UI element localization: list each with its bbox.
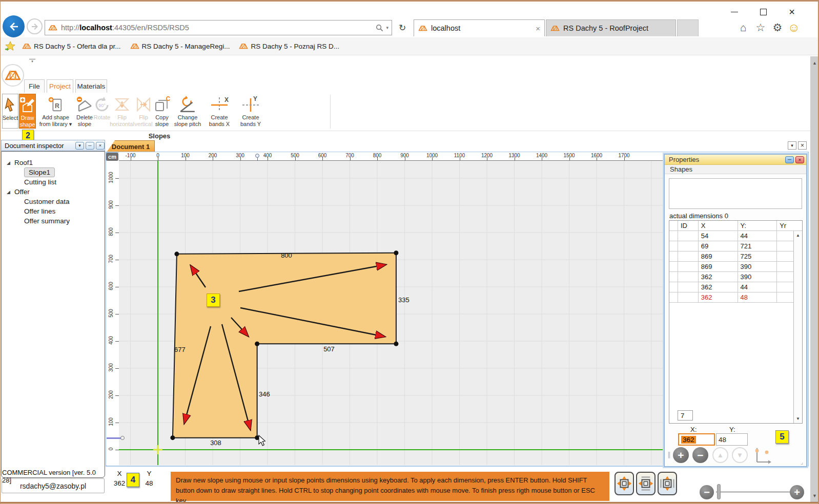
settings-gear-icon[interactable]: ⚙ <box>770 20 785 35</box>
ribbon-button-change-slope-pitch[interactable]: Change slope pitch <box>172 94 203 129</box>
search-icon[interactable] <box>376 24 383 32</box>
tree-item-offer-lines[interactable]: Offer lines <box>24 206 55 216</box>
shapes-list[interactable] <box>669 178 802 209</box>
new-tab-button[interactable] <box>677 19 699 36</box>
ribbon-button-create-bands-y[interactable]: YCreate bands Y <box>235 94 266 129</box>
table-cell: 362 <box>699 282 738 292</box>
favorite-item-1[interactable]: RS Dachy 5 - ManageRegi... <box>130 43 230 50</box>
remove-point-button[interactable]: − <box>692 447 708 463</box>
dimensions-table[interactable]: IDXY:Yr 54446972186972586939036239036244… <box>669 220 803 424</box>
back-button[interactable] <box>3 15 25 37</box>
zoom-slider-handle[interactable] <box>717 484 721 499</box>
axis-origin-icon[interactable] <box>751 446 773 467</box>
properties-titlebar[interactable]: Properties ─ × <box>665 155 806 165</box>
move-point-up-button[interactable]: ▲ <box>712 447 728 463</box>
table-row[interactable]: 869725 <box>669 251 802 262</box>
scroll-up-icon[interactable]: ▲ <box>794 233 802 238</box>
add-point-button[interactable]: + <box>673 447 689 463</box>
properties-close-button[interactable]: × <box>795 156 804 163</box>
browser-tab-localhost[interactable]: localhost × <box>414 19 545 36</box>
document-tab[interactable]: Document 1 <box>107 140 155 152</box>
zoom-out-button[interactable]: − <box>700 485 714 499</box>
zoom-fit-vertical-button[interactable] <box>658 472 677 495</box>
zoom-slider-track[interactable] <box>716 491 791 493</box>
svg-text:C: C <box>166 96 170 102</box>
add-favorite-star-icon[interactable] <box>5 40 16 52</box>
ruler-tick-label: 600 <box>314 153 331 158</box>
window-minimize-button[interactable] <box>724 6 745 18</box>
ribbon-tab-project[interactable]: Project <box>47 79 73 93</box>
tree-item-roof1[interactable]: ◢Roof1 <box>7 158 33 167</box>
account-email: rsdachy5@zasoby.pl <box>2 478 105 493</box>
ruler-tick-label: 1300 <box>506 153 523 158</box>
tree-item-label: Offer <box>14 188 30 196</box>
document-list-caret-button[interactable]: ▾ <box>788 141 796 150</box>
table-row[interactable]: 869390 <box>669 262 802 272</box>
ribbon-button-add-shape-from-library[interactable]: RAdd shape from library ▾ <box>37 94 74 129</box>
search-dropdown-caret-icon[interactable]: ▾ <box>386 25 388 30</box>
ribbon-tab-file[interactable]: File <box>24 79 45 93</box>
ribbon-button-draw-shape[interactable]: Draw shape <box>19 94 36 129</box>
dimensions-table-scrollbar[interactable]: ▲ ▼ <box>793 231 802 423</box>
app-logo[interactable] <box>2 64 24 87</box>
scrollbar-up-icon[interactable]: ▲ <box>810 60 819 66</box>
address-bar[interactable]: http://localhost:44305/en/RSD5/RSD5 ▾ <box>45 20 392 35</box>
tree-item-slope1[interactable]: Slope1 <box>24 167 55 177</box>
refresh-button[interactable]: ↻ <box>394 20 411 35</box>
tutorial-badge-5: 5 <box>775 430 789 444</box>
scroll-down-icon[interactable]: ▼ <box>794 416 802 421</box>
window-maximize-button[interactable] <box>753 6 773 18</box>
table-row[interactable]: 5444 <box>669 231 802 241</box>
zoom-in-button[interactable]: + <box>790 485 804 499</box>
toolbar-grip-icon[interactable]: ∥ <box>667 451 671 458</box>
y-coordinate-input[interactable]: 48 <box>716 433 748 446</box>
ribbon-button-label: Flip vertical <box>134 114 153 127</box>
quick-access-caret-icon[interactable]: ▾ <box>29 59 35 64</box>
ribbon-button-copy-slope[interactable]: CCopy slope <box>153 94 171 129</box>
tree-item-offer-summary[interactable]: Offer summary <box>24 216 70 226</box>
properties-minimize-button[interactable]: ─ <box>785 156 794 163</box>
tree-item-customer-data[interactable]: Customer data <box>24 197 70 206</box>
home-icon[interactable]: ⌂ <box>735 20 751 35</box>
inspector-menu-button[interactable]: ▾ <box>75 142 84 150</box>
favorite-item-2[interactable]: RS Dachy 5 - Poznaj RS D... <box>239 43 339 50</box>
expander-icon[interactable]: ◢ <box>7 190 10 195</box>
inspector-minimize-button[interactable]: ─ <box>86 142 94 150</box>
scrollbar-down-icon[interactable]: ▼ <box>810 493 819 498</box>
ribbon-button-select[interactable]: Select <box>2 94 18 129</box>
forward-button[interactable] <box>27 18 43 34</box>
table-cell: 390 <box>738 262 777 271</box>
refresh-icon: ↻ <box>399 23 406 33</box>
favorite-item-0[interactable]: RS Dachy 5 - Oferta dla pr... <box>22 43 121 50</box>
ribbon-button-delete-slope[interactable]: Delete slope <box>75 94 94 129</box>
tree-item-offer[interactable]: ◢Offer <box>7 187 30 197</box>
ribbon-button-label: Add shape from library ▾ <box>37 114 74 127</box>
window-close-button[interactable]: × <box>782 6 802 18</box>
table-row[interactable]: 362390 <box>669 272 802 282</box>
ribbon-button-create-bands-x[interactable]: XCreate bands X <box>204 94 235 129</box>
move-point-down-button[interactable]: ▼ <box>732 447 748 463</box>
ribbon-button-label: Select <box>3 115 18 121</box>
browser-tab-roofproject[interactable]: RS Dachy 5 - RoofProject <box>546 19 676 36</box>
expander-icon[interactable]: ◢ <box>7 160 10 165</box>
table-row[interactable]: 36248 <box>669 292 802 303</box>
delete-slope-icon <box>76 95 93 114</box>
zoom-fit-horizontal-button[interactable] <box>636 472 656 495</box>
feedback-smiley-icon[interactable]: ☺ <box>786 20 802 35</box>
table-cell <box>669 272 678 282</box>
favorites-star-icon[interactable]: ☆ <box>753 20 768 35</box>
resize-grip-icon[interactable]: ⌟ <box>801 459 803 465</box>
x-coordinate-input[interactable]: 362 <box>678 433 715 446</box>
table-cell <box>678 292 699 302</box>
point-count-input[interactable]: 7 <box>678 410 693 421</box>
ribbon-tab-materials[interactable]: Materials <box>75 79 107 93</box>
table-row[interactable]: 36244 <box>669 282 802 292</box>
page-scrollbar[interactable]: ▲ ▼ <box>810 56 819 502</box>
tree-item-cutting-list[interactable]: Cutting list <box>24 177 56 187</box>
tab-close-icon[interactable]: × <box>536 24 540 33</box>
inspector-close-button[interactable]: × <box>96 142 105 150</box>
zoom-fit-all-button[interactable] <box>615 472 634 495</box>
document-inspector-titlebar[interactable]: Document inspector ▾ ─ × <box>1 140 105 151</box>
table-row[interactable]: 69721 <box>669 241 802 251</box>
document-close-button[interactable]: × <box>798 141 807 150</box>
